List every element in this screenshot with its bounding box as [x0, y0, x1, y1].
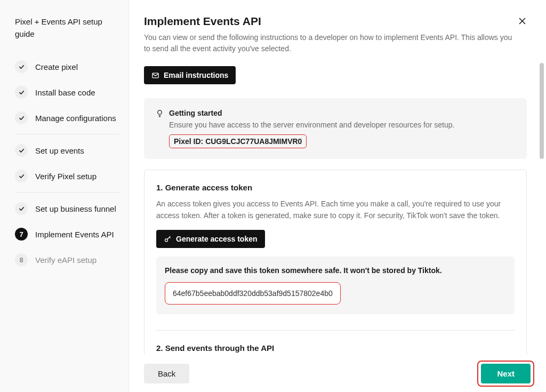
email-button-label: Email instructions [164, 71, 228, 79]
pixel-id-highlight: Pixel ID: CUG9LCJC77UA8JMIMVR0 [169, 134, 307, 148]
close-icon [518, 17, 527, 26]
step-list: Create pixelInstall base codeManage conf… [15, 54, 119, 273]
section1-title: 1. Generate access token [156, 183, 515, 192]
sidebar: Pixel + Events API setup guide Create pi… [0, 0, 129, 392]
check-icon [15, 170, 28, 182]
main-panel: Implement Events API You can view or sen… [129, 0, 546, 392]
scrollbar-thumb[interactable] [540, 63, 544, 159]
step-label: Set up events [35, 146, 84, 155]
step-label: Implement Events API [35, 230, 114, 239]
svg-point-6 [165, 239, 168, 242]
generate-token-button[interactable]: Generate access token [156, 230, 265, 248]
page-header: Implement Events API You can view or sen… [144, 15, 527, 54]
sidebar-step-2[interactable]: Install base code [15, 79, 119, 105]
token-instruction: Please copy and save this token somewher… [165, 266, 506, 275]
next-highlight: Next [477, 361, 534, 387]
lightbulb-icon [156, 109, 164, 117]
footer-bar: Back Next [129, 355, 546, 392]
sidebar-step-5[interactable]: Verify Pixel setup [15, 163, 119, 189]
email-instructions-button[interactable]: Email instructions [144, 66, 236, 84]
key-icon [164, 235, 172, 243]
generate-token-label: Generate access token [176, 235, 258, 243]
svg-line-8 [170, 237, 171, 238]
step-number: 8 [19, 256, 23, 264]
instructions-card: 1. Generate access token An access token… [144, 170, 527, 355]
step-number-badge: 8 [15, 253, 28, 266]
sidebar-title: Pixel + Events API setup guide [15, 16, 119, 40]
sidebar-step-3[interactable]: Manage configurations [15, 105, 119, 131]
step-label: Manage configurations [35, 114, 116, 123]
back-button[interactable]: Back [144, 364, 189, 383]
page-description: You can view or send the following instr… [144, 32, 517, 54]
section1-text: An access token gives you access to Even… [156, 198, 515, 221]
token-card: Please copy and save this token somewher… [156, 257, 515, 314]
pixel-id-value: CUG9LCJC77UA8JMIMVR0 [205, 137, 302, 146]
step-number-badge: 7 [15, 228, 28, 241]
next-button[interactable]: Next [481, 364, 531, 383]
check-icon [15, 60, 28, 73]
sidebar-divider [15, 134, 119, 134]
getting-started-text: Ensure you have access to the server env… [169, 121, 515, 129]
close-button[interactable] [515, 14, 529, 28]
access-token-value[interactable]: 64ef67b5eebab0ddf320ddb53af9d5157802e4b0 [165, 282, 341, 305]
getting-started-title: Getting started [169, 109, 222, 117]
step-label: Install base code [35, 88, 95, 97]
sidebar-step-7[interactable]: 7Implement Events API [15, 221, 119, 247]
check-icon [15, 111, 28, 124]
section-divider [156, 330, 515, 331]
check-icon [15, 86, 28, 99]
step-label: Set up business funnel [35, 204, 116, 213]
step-number: 7 [19, 230, 23, 238]
sidebar-step-8[interactable]: 8Verify eAPI setup [15, 247, 119, 273]
getting-started-heading: Getting started [156, 109, 515, 117]
section2-title: 2. Send events through the API [156, 343, 515, 353]
check-icon [15, 202, 28, 215]
email-icon [151, 71, 159, 79]
sidebar-step-1[interactable]: Create pixel [15, 54, 119, 79]
step-label: Verify Pixel setup [35, 172, 97, 181]
sidebar-divider [15, 192, 119, 193]
step-label: Verify eAPI setup [35, 255, 97, 265]
sidebar-step-6[interactable]: Set up business funnel [15, 196, 119, 221]
sidebar-step-4[interactable]: Set up events [15, 138, 119, 163]
check-icon [15, 144, 28, 157]
svg-point-3 [158, 110, 162, 114]
step-label: Create pixel [35, 62, 78, 71]
pixel-id-label: Pixel ID: [174, 137, 205, 146]
page-title: Implement Events API [144, 15, 527, 28]
main-scroll[interactable]: Implement Events API You can view or sen… [129, 0, 546, 355]
app-window: Pixel + Events API setup guide Create pi… [0, 0, 546, 392]
getting-started-card: Getting started Ensure you have access t… [144, 98, 527, 159]
